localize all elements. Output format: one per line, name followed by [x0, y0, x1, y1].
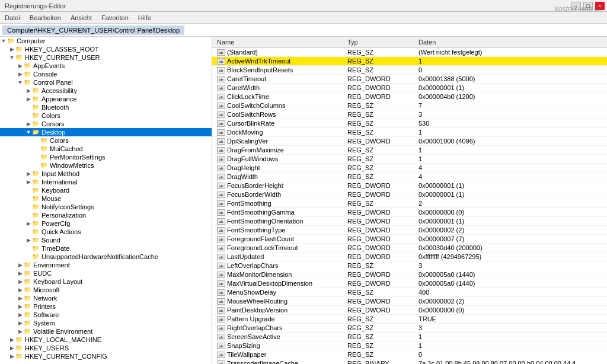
- tree-item-computer[interactable]: ▼📁Computer: [0, 37, 212, 45]
- table-row[interactable]: ab(Standard)REG_SZ(Wert nicht festgelegt…: [212, 48, 607, 57]
- cell-data-27: 400: [414, 288, 607, 297]
- tree-item-software[interactable]: ▶📁Software: [0, 311, 212, 319]
- table-row[interactable]: abBlockSendInputResetsREG_SZ0: [212, 66, 607, 75]
- table-row[interactable]: abDragFullWindowsREG_SZ1: [212, 155, 607, 164]
- tree-item-keyboard[interactable]: 📁Keyboard: [0, 186, 212, 194]
- tree-item-cursors[interactable]: ▶📁Cursors: [0, 120, 212, 128]
- breadcrumb[interactable]: Computer\HKEY_CURRENT_USER\Control Panel…: [2, 25, 184, 35]
- tree-item-colors2[interactable]: 📁Colors: [0, 136, 212, 145]
- folder-icon-printers: 📁: [24, 303, 32, 310]
- table-row[interactable]: abCaretWidthREG_DWORD0x00000001 (1): [212, 84, 607, 92]
- tree-item-keyboardlayout[interactable]: ▶📁Keyboard Layout: [0, 277, 212, 286]
- folder-icon-windowmetrics: 📁: [40, 162, 49, 169]
- tree-item-international[interactable]: ▶📁International: [0, 178, 212, 186]
- tree-item-printers[interactable]: ▶📁Printers: [0, 302, 212, 311]
- folder-icon-accessibility: 📁: [32, 87, 40, 94]
- tree-item-quickactions[interactable]: 📁Quick Actions: [0, 228, 212, 236]
- tree-item-appevents[interactable]: ▶📁AppEvents: [0, 62, 212, 70]
- tree-item-inputmethod[interactable]: ▶📁Input Method: [0, 170, 212, 178]
- tree-label-sound: Sound: [41, 237, 60, 244]
- cell-data-21: 0x00000007 (7): [414, 235, 607, 244]
- tree-item-muicached[interactable]: 📁MuiCached: [0, 145, 212, 153]
- tree-item-hklm[interactable]: ▶📁HKEY_LOCAL_MACHINE: [0, 336, 212, 344]
- tree-arrow-printers: ▶: [17, 304, 24, 309]
- tree-label-hkcr: HKEY_CLASSES_ROOT: [25, 46, 99, 53]
- tree-item-timedate[interactable]: 📁TimeDate: [0, 244, 212, 253]
- table-row[interactable]: abFocusBorderWidthREG_DWORD0x00000001 (1…: [212, 190, 607, 199]
- tree-item-hku[interactable]: ▶📁HKEY_USERS: [0, 344, 212, 352]
- menu-item-favoriten[interactable]: Favoriten: [99, 13, 131, 23]
- tree-item-bluetooth[interactable]: 📁Bluetooth: [0, 103, 212, 111]
- tree-item-sound[interactable]: ▶📁Sound: [0, 236, 212, 244]
- table-row[interactable]: abActiveWndTrkTimeoutREG_SZ1: [212, 57, 607, 66]
- tree-item-system[interactable]: ▶📁System: [0, 319, 212, 327]
- tree-label-appevents: AppEvents: [33, 62, 65, 69]
- table-row[interactable]: abFontSmoothingTypeREG_DWORD0x00000002 (…: [212, 226, 607, 235]
- tree-item-controlpanel[interactable]: ▼📁Control Panel: [0, 78, 212, 87]
- table-row[interactable]: abFontSmoothingOrientationREG_DWORD0x000…: [212, 217, 607, 226]
- menu-item-datei[interactable]: Datei: [2, 13, 23, 23]
- table-row[interactable]: abLastUpdatedREG_DWORD0xffffffff (429496…: [212, 253, 607, 261]
- tree-item-console[interactable]: ▶📁Console: [0, 70, 212, 78]
- cell-type-28: REG_DWORD: [343, 297, 414, 306]
- table-row[interactable]: abForegroundLockTimeoutREG_DWORD0x00030d…: [212, 244, 607, 253]
- table-row[interactable]: abTranscodedImageCacheREG_BINARY7a 3c 01…: [212, 359, 607, 365]
- menu-bar: DateiBearbeitenAnsichtFavoritenHilfe: [0, 12, 607, 24]
- tree-item-hkcu[interactable]: ▼📁HKEY_CURRENT_USER: [0, 53, 212, 62]
- tree-item-personalization[interactable]: 📁Personalization: [0, 211, 212, 219]
- tree-item-environment[interactable]: ▶📁Environment: [0, 261, 212, 269]
- tree-item-desktop[interactable]: ▼📁Desktop: [0, 128, 212, 136]
- table-row[interactable]: abPattern UpgradeREG_SZTRUE: [212, 315, 607, 324]
- cell-data-0: (Wert nicht festgelegt): [414, 48, 607, 57]
- table-row[interactable]: abCoolSwitchRowsREG_SZ3: [212, 110, 607, 119]
- tree-item-volatileenv[interactable]: ▶📁Volatile Environment: [0, 327, 212, 336]
- tree-item-accessibility[interactable]: ▶📁Accessibility: [0, 87, 212, 95]
- table-row[interactable]: abClickLockTimeREG_DWORD0x000004b0 (1200…: [212, 92, 607, 101]
- table-row[interactable]: abScreenSaveActiveREG_SZ1: [212, 333, 607, 341]
- cell-name-22: abForegroundLockTimeout: [212, 244, 343, 253]
- table-row[interactable]: abSnapSizingREG_SZ1: [212, 341, 607, 350]
- table-row[interactable]: abMaxMonitorDimensionREG_DWORD0x000005a0…: [212, 270, 607, 279]
- tree-item-colors[interactable]: 📁Colors: [0, 111, 212, 120]
- tree-item-powercfg[interactable]: ▶📁PowerCfg: [0, 219, 212, 228]
- table-row[interactable]: abMaxVirtualDesktopDimensionREG_DWORD0x0…: [212, 279, 607, 288]
- table-row[interactable]: abTileWallpaperREG_SZ0: [212, 350, 607, 359]
- table-row[interactable]: abMouseWheelRoutingREG_DWORD0x00000002 (…: [212, 297, 607, 306]
- table-row[interactable]: abCaretTimeoutREG_DWORD0x00001388 (5000): [212, 75, 607, 84]
- table-row[interactable]: abLeftOverlapCharsREG_SZ3: [212, 261, 607, 270]
- tree-item-hkcr[interactable]: ▶📁HKEY_CLASSES_ROOT: [0, 45, 212, 53]
- cell-name-27: abMenuShowDelay: [212, 288, 343, 297]
- table-row[interactable]: abDragHeightREG_SZ4: [212, 164, 607, 173]
- tree-item-mouse[interactable]: 📁Mouse: [0, 194, 212, 203]
- table-row[interactable]: abDragFromMaximizeREG_SZ1: [212, 146, 607, 155]
- table-row[interactable]: abFontSmoothingGammaREG_DWORD0x00000000 …: [212, 208, 607, 217]
- tree-label-console: Console: [33, 71, 57, 78]
- menu-item-hilfe[interactable]: Hilfe: [136, 13, 154, 23]
- table-row[interactable]: abDragWidthREG_SZ4: [212, 173, 607, 181]
- tree-item-hkcc[interactable]: ▶📁HKEY_CURRENT_CONFIG: [0, 352, 212, 360]
- tree-item-windowmetrics[interactable]: 📁WindowMetrics: [0, 161, 212, 170]
- cell-type-20: REG_DWORD: [343, 226, 414, 235]
- table-row[interactable]: abCursorBlinkRateREG_SZ530: [212, 119, 607, 128]
- table-row[interactable]: abRightOverlapCharsREG_SZ3: [212, 324, 607, 333]
- tree-item-network[interactable]: ▶📁Network: [0, 294, 212, 302]
- registry-icon-17: ab: [217, 200, 225, 207]
- tree-item-notifyiconsettings[interactable]: 📁NotifyIconSettings: [0, 203, 212, 211]
- tree-item-eudc[interactable]: ▶📁EUDC: [0, 269, 212, 277]
- tree-item-appearance[interactable]: ▶📁Appearance: [0, 95, 212, 103]
- table-row[interactable]: abDockMovingREG_SZ1: [212, 128, 607, 137]
- table-row[interactable]: abFocusBorderHeightREG_DWORD0x00000001 (…: [212, 181, 607, 190]
- tree-item-microsoft[interactable]: ▶📁Microsoft: [0, 286, 212, 294]
- table-row[interactable]: abCoolSwitchColumnsREG_SZ7: [212, 101, 607, 110]
- table-row[interactable]: abDpiScalingVerREG_DWORD0x00001000 (4096…: [212, 137, 607, 146]
- registry-icon-29: ab: [217, 307, 225, 314]
- table-row[interactable]: abFontSmoothingREG_SZ2: [212, 199, 607, 208]
- tree-item-unsupported[interactable]: 📁UnsupportedHardwareNotificationCache: [0, 253, 212, 261]
- tree-item-permonitorsettings[interactable]: 📁PerMonitorSettings: [0, 153, 212, 161]
- table-row[interactable]: abForegroundFlashCountREG_DWORD0x0000000…: [212, 235, 607, 244]
- menu-item-ansicht[interactable]: Ansicht: [68, 13, 94, 23]
- table-row[interactable]: abPaintDesktopVersionREG_DWORD0x00000000…: [212, 306, 607, 315]
- menu-item-bearbeiten[interactable]: Bearbeiten: [27, 13, 63, 23]
- tree-label-microsoft: Microsoft: [33, 286, 60, 293]
- table-row[interactable]: abMenuShowDelayREG_SZ400: [212, 288, 607, 297]
